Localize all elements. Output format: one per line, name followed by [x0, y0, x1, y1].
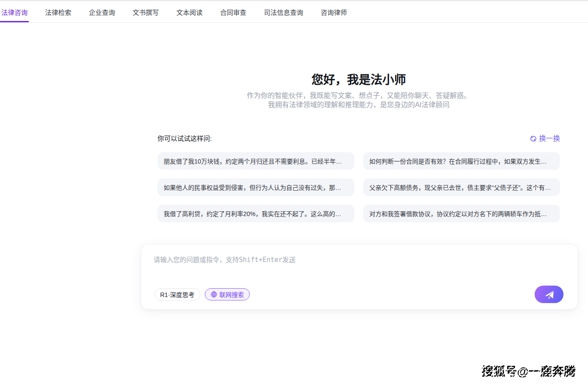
- tab-legal-consult[interactable]: 法律咨询: [0, 1, 29, 22]
- tab-consult-lawyer[interactable]: 咨询律师: [319, 1, 348, 22]
- suggestions-heading: 你可以试试这样问:: [158, 133, 212, 143]
- suggestion-card[interactable]: 如何判断一份合同是否有效？在合同履行过程中，如果双方发生…: [363, 152, 560, 170]
- suggestion-cards: 朋友借了我10万块钱，约定两个月归还且不需要利息。已经半年… 如何判断一份合同是…: [158, 152, 560, 222]
- suggestion-card[interactable]: 朋友借了我10万块钱，约定两个月归还且不需要利息。已经半年…: [158, 152, 354, 170]
- tab-company-lookup[interactable]: 企业查询: [88, 1, 116, 22]
- suggestion-card[interactable]: 如果他人的民事权益受到侵害，但行为人认为自己没有过失，那…: [158, 178, 354, 196]
- top-navigation: 法律咨询 法律检索 企业查询 文书撰写 文本阅读 合同审查 司法信息查询 咨询律…: [0, 1, 588, 23]
- tab-document-writing[interactable]: 文书撰写: [131, 1, 160, 22]
- sohu-watermark: 搜狐号@一鹿奔腾: [482, 365, 576, 379]
- tab-contract-review[interactable]: 合同审查: [219, 1, 248, 22]
- suggestion-card[interactable]: 父亲欠下高额债务，现父亲已去世，债主要求“父债子还”。这个有…: [363, 178, 560, 196]
- suggestion-card[interactable]: 对方和我签署借款协议，协议约定以对方名下的两辆轿车作为抵…: [363, 205, 560, 222]
- suggestion-card[interactable]: 我借了高利贷，约定了月利率20%，我实在还不起了。这么高的…: [158, 205, 354, 222]
- subtitle-line-2: 我拥有法律领域的理解和推理能力，是您身边的AI法律顾问: [136, 100, 582, 109]
- message-composer: R1·深度思考 联网搜索: [141, 244, 578, 310]
- refresh-icon: [530, 134, 537, 142]
- suggestions-header: 你可以试试这样问: 换一换: [158, 133, 560, 143]
- tab-judicial-info[interactable]: 司法信息查询: [262, 1, 304, 22]
- deep-think-label: R1·深度思考: [160, 290, 195, 299]
- deep-think-toggle[interactable]: R1·深度思考: [154, 288, 200, 300]
- paper-plane-icon: [544, 290, 554, 299]
- send-button[interactable]: [535, 286, 564, 303]
- page-subtitle: 作为你的智能伙伴，我既能写文案、想点子，又能陪你聊天、答疑解惑。 我拥有法律领域…: [136, 91, 582, 109]
- refresh-suggestions-button[interactable]: 换一换: [530, 133, 560, 143]
- tab-text-reading[interactable]: 文本阅读: [175, 1, 204, 22]
- web-search-toggle[interactable]: 联网搜索: [205, 288, 250, 300]
- globe-icon: [210, 291, 217, 298]
- subtitle-line-1: 作为你的智能伙伴，我既能写文案、想点子，又能陪你聊天、答疑解惑。: [136, 91, 582, 100]
- web-search-label: 联网搜索: [220, 290, 244, 299]
- refresh-label: 换一换: [539, 133, 560, 143]
- window-top-strip: [0, 0, 588, 1]
- composer-controls: R1·深度思考 联网搜索: [154, 286, 564, 303]
- tab-legal-search[interactable]: 法律检索: [44, 1, 73, 22]
- page-title: 您好，我是法小师: [158, 73, 560, 87]
- question-input[interactable]: [141, 244, 578, 285]
